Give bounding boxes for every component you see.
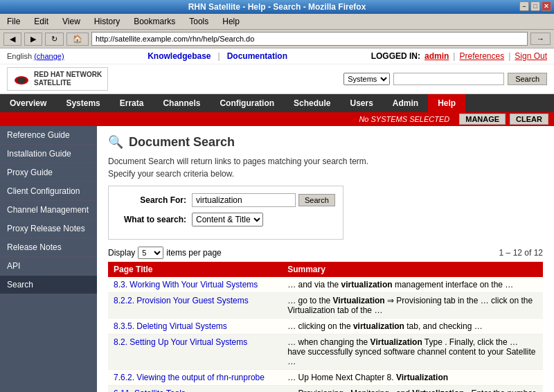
items-per-page-select[interactable]: 5 10 25 50	[138, 247, 163, 259]
global-search-input[interactable]	[393, 73, 504, 85]
search-for-label: Search For:	[116, 195, 192, 205]
menu-view[interactable]: View	[59, 15, 84, 28]
what-to-search-label: What to search:	[116, 215, 192, 224]
clear-button[interactable]: CLEAR	[510, 114, 548, 125]
logged-in-label: LOGGED IN:	[371, 51, 420, 61]
no-systems-text: No SYSTEMS SELECTED	[6, 115, 455, 123]
menu-tools[interactable]: Tools	[186, 15, 212, 28]
manage-button[interactable]: MANAGE	[459, 114, 506, 125]
result-summary: … go to the Virtualization ⇒ Provisionin…	[282, 293, 543, 319]
result-title-link[interactable]: 8.2. Setting Up Your Virtual Systems	[114, 337, 247, 347]
lang-change-link[interactable]: (change)	[34, 52, 64, 60]
result-title-link[interactable]: 8.3. Working With Your Virtual Systems	[114, 280, 258, 289]
sidebar-item-release-notes[interactable]: Release Notes	[0, 238, 97, 257]
logo-area: RED HAT NETWORKSATELLITE	[7, 67, 108, 91]
page-title: Document Search	[129, 135, 235, 150]
result-title-link[interactable]: 6.11. Satellite Tools	[114, 389, 186, 392]
maximize-button[interactable]: □	[530, 1, 540, 11]
menu-edit[interactable]: Edit	[30, 15, 52, 28]
menu-help[interactable]: Help	[219, 15, 243, 28]
sidebar-item-installation-guide[interactable]: Installation Guide	[0, 145, 97, 163]
results-count: 1 – 12 of 12	[499, 248, 543, 258]
nav-channels[interactable]: Channels	[153, 94, 210, 112]
window-title: RHN Satellite - Help - Search - Mozilla …	[188, 2, 366, 12]
minimize-button[interactable]: –	[519, 1, 529, 11]
nav-systems[interactable]: Systems	[56, 94, 109, 112]
col-summary: Summary	[282, 262, 543, 277]
sidebar-item-reference-guide[interactable]: Reference Guide	[0, 126, 97, 145]
preferences-link[interactable]: Preferences	[459, 51, 504, 61]
result-title-link[interactable]: 7.6.2. Viewing the output of rhn-runprob…	[114, 373, 265, 382]
system-select[interactable]: Systems	[343, 73, 390, 85]
nav-schedule[interactable]: Schedule	[284, 94, 340, 112]
search-for-input[interactable]	[192, 193, 296, 207]
result-summary: … Up Home Next Chapter 8. Virtualization	[282, 370, 543, 386]
sidebar-item-proxy-guide[interactable]: Proxy Guide	[0, 163, 97, 182]
nav-users[interactable]: Users	[340, 94, 382, 112]
col-page-title: Page Title	[108, 262, 282, 277]
logo-text: RED HAT NETWORKSATELLITE	[34, 71, 102, 87]
user-link[interactable]: admin	[425, 51, 449, 61]
nav-errata[interactable]: Errata	[110, 94, 154, 112]
doc-search-button[interactable]: Search	[298, 194, 335, 206]
lang-label: English	[7, 52, 32, 60]
search-icon: 🔍	[108, 134, 123, 150]
signout-link[interactable]: Sign Out	[515, 51, 547, 61]
per-page-suffix: items per page	[166, 248, 221, 258]
global-search-button[interactable]: Search	[508, 73, 547, 85]
sidebar-item-api[interactable]: API	[0, 257, 97, 276]
menu-history[interactable]: History	[91, 15, 123, 28]
result-summary: … when changing the Virtualization Type …	[282, 335, 543, 370]
documentation-link[interactable]: Documentation	[227, 51, 287, 61]
svg-point-1	[17, 78, 26, 83]
forward-button[interactable]: ▶	[24, 33, 42, 46]
menu-file[interactable]: File	[3, 15, 24, 28]
nav-admin[interactable]: Admin	[383, 94, 428, 112]
what-to-search-select[interactable]: Content & Title Content Only Title Only	[192, 213, 263, 226]
result-summary: … clicking on the virtualization tab, an…	[282, 319, 543, 335]
menu-bookmarks[interactable]: Bookmarks	[130, 15, 179, 28]
display-label: Display	[108, 248, 135, 258]
redhat-icon	[13, 71, 30, 87]
result-title-link[interactable]: 8.2.2. Provision Your Guest Systems	[114, 296, 249, 305]
nav-overview[interactable]: Overview	[0, 94, 56, 112]
close-button[interactable]: ✕	[542, 1, 551, 11]
sidebar-item-search[interactable]: Search	[0, 276, 97, 294]
reload-button[interactable]: ↻	[45, 33, 64, 46]
back-button[interactable]: ◀	[3, 33, 21, 46]
result-summary: … and via the virtualization management …	[282, 277, 543, 293]
sidebar-item-channel-management[interactable]: Channel Management	[0, 201, 97, 220]
go-button[interactable]: →	[530, 33, 551, 45]
desc-line1: Document Search will return links to pag…	[108, 157, 543, 166]
nav-configuration[interactable]: Configuration	[210, 94, 284, 112]
result-summary: … Provisioning . Monitoring . and Virtua…	[282, 386, 543, 393]
sidebar-item-client-configuration[interactable]: Client Configuration	[0, 182, 97, 201]
nav-help[interactable]: Help	[428, 94, 465, 112]
sidebar-item-proxy-release-notes[interactable]: Proxy Release Notes	[0, 220, 97, 238]
result-title-link[interactable]: 8.3.5. Deleting Virtual Systems	[114, 321, 227, 331]
home-button[interactable]: 🏠	[66, 33, 89, 46]
desc-line2: Specify your search criteria below.	[108, 169, 543, 179]
knowledgebase-link[interactable]: Knowledgebase	[148, 51, 211, 61]
address-bar[interactable]	[91, 32, 528, 46]
